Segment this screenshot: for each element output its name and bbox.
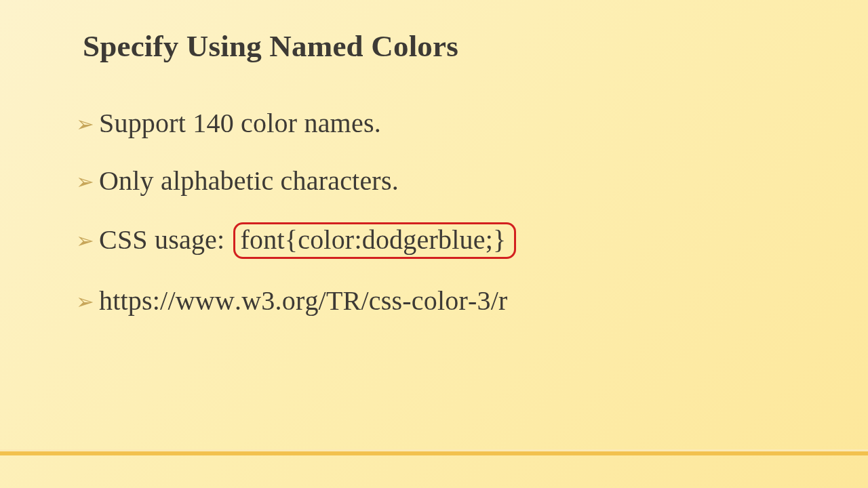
slide: Specify Using Named Colors ➢ Support 140… xyxy=(0,0,868,488)
bullet-item: ➢ CSS usage: font{color:dodgerblue;} xyxy=(76,222,808,259)
footer-divider xyxy=(0,449,868,455)
bullet-text: Only alphabetic characters. xyxy=(99,165,399,197)
chevron-icon: ➢ xyxy=(76,289,99,315)
slide-title: Specify Using Named Colors xyxy=(83,28,458,64)
chevron-icon: ➢ xyxy=(76,112,99,138)
bullet-list: ➢ Support 140 color names. ➢ Only alphab… xyxy=(76,107,808,317)
bullet-item: ➢ Support 140 color names. xyxy=(76,107,808,139)
bullet-item: ➢ https://www.w3.org/TR/css-color-3/r xyxy=(76,285,808,317)
bullet-text: CSS usage: font{color:dodgerblue;} xyxy=(99,222,516,259)
chevron-icon: ➢ xyxy=(76,169,99,195)
bullet-text: Support 140 color names. xyxy=(99,107,381,139)
bullet-item: ➢ Only alphabetic characters. xyxy=(76,165,808,197)
code-highlight-box: font{color:dodgerblue;} xyxy=(233,222,517,259)
bullet-prefix: CSS usage: xyxy=(99,224,232,255)
bullet-text: https://www.w3.org/TR/css-color-3/r xyxy=(99,285,508,317)
chevron-icon: ➢ xyxy=(76,228,99,254)
